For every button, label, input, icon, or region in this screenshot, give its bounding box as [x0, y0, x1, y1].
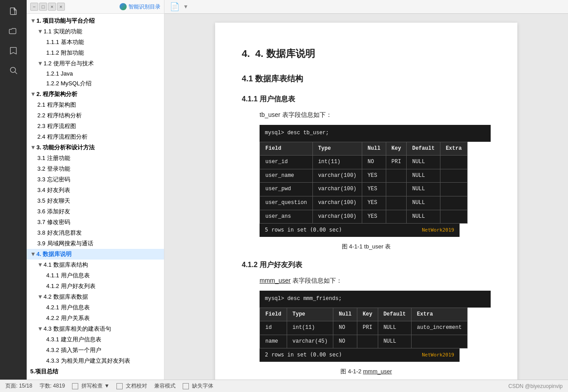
svg-point-3 [10, 67, 16, 72]
page-info[interactable]: 页面: 15/18 [5, 382, 32, 390]
file-icon[interactable] [5, 4, 21, 20]
toc-item-17[interactable]: 3.4 好友列表 [27, 185, 164, 196]
toc-item-13[interactable]: ▼3. 功能分析和设计方法 [27, 142, 164, 153]
toc-close-btn[interactable]: × [48, 3, 56, 11]
cell-null: YES [362, 196, 386, 210]
toc-item-29[interactable]: 4.2.2 用户关系表 [27, 313, 164, 324]
toc-expand-btn[interactable]: □ [39, 3, 47, 11]
toc-item-9[interactable]: 2.1 程序架构图 [27, 100, 164, 110]
toc-item-11[interactable]: 2.3 程序流程图 [27, 121, 164, 132]
cell-type: varchar(100) [312, 169, 362, 183]
toc-item-12[interactable]: 2.4 程序流程图分析 [27, 132, 164, 142]
code-prompt: mysql> desc tb_user; [265, 130, 329, 136]
cell-type: varchar(100) [312, 183, 362, 196]
toc-item-26[interactable]: 4.1.2 用户好友列表 [27, 281, 164, 292]
chapter4-text: 4. 数据库说明 [255, 45, 315, 63]
cell-key [386, 169, 407, 183]
toc-item-10[interactable]: 2.2 程序结构分析 [27, 110, 164, 121]
watermark-text: CSDN @biyezuopinvip [508, 383, 563, 389]
mmm-friends-table-container: mysql> desc mmm_friends; Field Type Null… [260, 291, 491, 362]
doc-container[interactable]: 4. 4. 数据库说明 4.1 数据库表结构 4.1.1 用户信息表 tb_us… [164, 14, 568, 380]
toc-item-32[interactable]: 4.3.2 插入第一个用户 [27, 345, 164, 356]
spell-check[interactable]: 拼写检查 ▼ [72, 382, 109, 390]
cell-key [386, 210, 407, 224]
mmm-friends-table-footer: 2 rows in set (0.00 sec) NetWork2019 [260, 348, 460, 362]
section412-desc: mmm_user 表字段信息如下： [260, 275, 491, 286]
cell-extra [440, 156, 467, 169]
section412-title: 4.1.2 用户好友列表 [242, 259, 491, 272]
col-null: Null [333, 308, 357, 321]
toc-item-6[interactable]: 1.2.1 Java [27, 69, 164, 78]
col-key: Key [357, 308, 378, 321]
cell-key [386, 183, 407, 196]
section411-desc: tb_user 表字段信息如下： [260, 109, 491, 120]
cell-extra [440, 210, 467, 224]
doc-校对[interactable]: 文档校对 [116, 382, 147, 390]
word-count-text: 字数: 4819 [40, 382, 65, 390]
fig411-caption: 图 4-1-1 tb_user 表 [242, 241, 491, 252]
cell-default: NULL [407, 196, 440, 210]
toc-item-20[interactable]: 3.7 修改密码 [27, 217, 164, 228]
chapter4-number: 4. [242, 45, 250, 63]
cell-null: NO [362, 156, 386, 169]
cell-default: NULL [407, 210, 440, 224]
spell-check-icon [72, 383, 78, 389]
mmm-friends-code-line: mysql> desc mmm_friends; [260, 291, 491, 308]
chapter4-title: 4. 4. 数据库说明 [242, 45, 491, 63]
toc-item-1[interactable]: ▼1. 项目功能与平台介绍 [27, 16, 164, 26]
toc-item-16[interactable]: 3.3 忘记密码 [27, 174, 164, 185]
tb-user-code-line: mysql> desc tb_user; [260, 125, 491, 142]
compat-mode[interactable]: 兼容模式 [154, 382, 176, 390]
table-row: user_question varchar(100) YES NULL [260, 196, 468, 210]
toc-item-18[interactable]: 3.5 好友聊天 [27, 196, 164, 206]
toc-item-31[interactable]: 4.3.1 建立用户信息表 [27, 334, 164, 345]
toc-close2-btn[interactable]: × [57, 3, 65, 11]
folder-icon[interactable] [5, 23, 21, 39]
toc-item-7[interactable]: 1.2.2 MySQL介绍 [27, 78, 164, 89]
toc-item-14[interactable]: 3.1 注册功能 [27, 153, 164, 164]
toc-controls: − □ × × [30, 3, 65, 11]
toc-item-4[interactable]: 1.1.2 附加功能 [27, 48, 164, 58]
toc-item-2[interactable]: ▼1.1 实现的功能 [27, 26, 164, 37]
table-row: user_id int(11) NO PRI NULL [260, 156, 468, 169]
toc-item-22[interactable]: 3.9 局域网搜索与通话 [27, 238, 164, 249]
cell-type: int(11) [287, 321, 333, 335]
toc-item-30[interactable]: ▼4.3 数据库相关的建表语句 [27, 324, 164, 334]
table-row: id int(11) NO PRI NULL auto_increment [260, 321, 468, 335]
section41-title: 4.1 数据库表结构 [242, 72, 491, 86]
cell-default: NULL [378, 321, 411, 335]
toc-item-23[interactable]: ▼4. 数据库说明 [27, 249, 164, 260]
cell-field: user_pwd [260, 183, 313, 196]
page-info-text: 页面: 15/18 [5, 382, 32, 390]
doc-toolbar: 📄 ▼ [164, 0, 568, 14]
col-type: Type [287, 308, 333, 321]
toc-item-19[interactable]: 3.6 添加好友 [27, 206, 164, 217]
toc-item-3[interactable]: 1.1.1 基本功能 [27, 37, 164, 48]
toc-item-24[interactable]: ▼4.1 数据库表结构 [27, 260, 164, 270]
missing-font[interactable]: 缺失字体 [183, 382, 213, 390]
main-area: 📄 ▼ 4. 4. 数据库说明 4.1 数据库表结构 4.1.1 用户信息表 [164, 0, 568, 380]
toc-minimize-btn[interactable]: − [30, 3, 38, 11]
search-icon[interactable] [5, 62, 21, 78]
toc-item-25[interactable]: 4.1.1 用户信息表 [27, 270, 164, 281]
cell-key [357, 335, 378, 348]
cell-default: NULL [407, 183, 440, 196]
toc-item-21[interactable]: 3.8 好友消息群发 [27, 228, 164, 238]
toc-item-27[interactable]: ▼4.2 数据库表数据 [27, 292, 164, 302]
toc-panel: − □ × × 智能识别目录 ▼1. 项目功能与平台介绍 ▼1.1 实现的功能 … [27, 0, 164, 380]
cell-null: YES [362, 210, 386, 224]
toc-item-5[interactable]: ▼1.2 使用平台与技术 [27, 58, 164, 69]
toc-item-28[interactable]: 4.2.1 用户信息表 [27, 302, 164, 313]
word-count[interactable]: 字数: 4819 [40, 382, 65, 390]
mmm-friends-table: Field Type Null Key Default Extra [260, 308, 468, 349]
section412-desc-underline: mmm_user [260, 277, 291, 284]
bookmark-icon[interactable] [5, 43, 21, 59]
toc-item-15[interactable]: 3.2 登录功能 [27, 164, 164, 174]
cell-field: user_question [260, 196, 313, 210]
toc-item-8[interactable]: ▼2. 程序架构分析 [27, 89, 164, 100]
network-watermark-1: NetWork2019 [422, 226, 454, 235]
toc-item-34[interactable]: 5.项目总结 [27, 366, 164, 377]
cell-key: PRI [357, 321, 378, 335]
toc-ai-button[interactable]: 智能识别目录 [120, 3, 160, 11]
toc-item-33[interactable]: 4.3.3 为相关用户建立其好友列表 [27, 356, 164, 366]
